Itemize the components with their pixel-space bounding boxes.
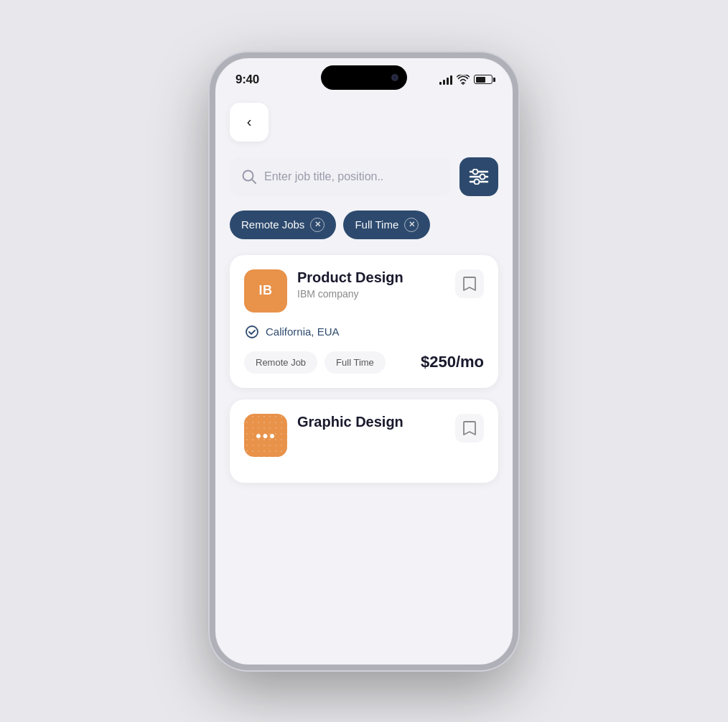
search-icon — [241, 169, 257, 185]
chip-remote-jobs-close[interactable]: ✕ — [310, 218, 325, 232]
card-1-header: IB Product Design IBM company — [244, 269, 484, 313]
card-1-footer: Remote Job Full Time $250/mo — [244, 351, 484, 374]
signal-icon — [439, 75, 452, 85]
job-card-2[interactable]: ●●● Graphic Design — [230, 399, 498, 483]
chip-remote-jobs-label: Remote Jobs — [241, 218, 304, 231]
search-placeholder: Enter job title, position.. — [264, 170, 439, 183]
chip-full-time[interactable]: Full Time ✕ — [343, 210, 430, 239]
filter-chips: Remote Jobs ✕ Full Time ✕ — [230, 210, 498, 239]
card-2-header: ●●● Graphic Design — [244, 414, 484, 457]
camera-dot — [391, 74, 398, 81]
phone-frame: 9:40 — [210, 52, 518, 670]
tag-remote-job-1: Remote Job — [244, 351, 317, 374]
location-icon-1 — [244, 324, 260, 340]
svg-point-8 — [246, 326, 258, 338]
status-time: 9:40 — [235, 73, 259, 87]
search-bar[interactable]: Enter job title, position.. — [230, 157, 451, 196]
dynamic-island — [321, 65, 407, 90]
salary-1: $250/mo — [421, 353, 484, 371]
chip-full-time-close[interactable]: ✕ — [404, 218, 419, 232]
location-row-1: California, EUA — [244, 324, 484, 340]
bookmark-button-1[interactable] — [455, 269, 484, 298]
svg-point-7 — [475, 179, 480, 184]
location-text-1: California, EUA — [266, 325, 340, 338]
wifi-icon — [457, 75, 470, 85]
back-chevron-icon: ‹ — [247, 114, 252, 130]
job-info-1: Product Design IBM company — [297, 269, 445, 300]
svg-point-0 — [462, 83, 464, 85]
back-button[interactable]: ‹ — [230, 103, 269, 142]
content-area: ‹ Enter job title, position.. — [215, 96, 513, 665]
filter-button[interactable] — [459, 157, 498, 196]
search-row: Enter job title, position.. — [230, 157, 498, 196]
bookmark-icon-1 — [463, 276, 476, 292]
battery-icon — [474, 75, 493, 84]
chip-remote-jobs[interactable]: Remote Jobs ✕ — [230, 210, 336, 239]
bookmark-button-2[interactable] — [455, 414, 484, 443]
svg-point-5 — [480, 174, 485, 179]
company-logo-gd: ●●● — [244, 414, 287, 457]
tag-full-time-1: Full Time — [325, 351, 386, 374]
job-card-1[interactable]: IB Product Design IBM company — [230, 255, 498, 388]
logo-initials-ib: IB — [259, 283, 273, 298]
sliders-icon — [469, 169, 489, 185]
logo-initials-gd: ●●● — [256, 430, 276, 441]
chip-full-time-label: Full Time — [355, 218, 398, 231]
screen: 9:40 — [215, 58, 513, 665]
job-title-1: Product Design — [297, 269, 445, 286]
status-icons — [439, 75, 493, 85]
job-info-2: Graphic Design — [297, 414, 445, 432]
job-title-2: Graphic Design — [297, 414, 445, 430]
status-bar: 9:40 — [215, 58, 513, 96]
company-logo-ib: IB — [244, 269, 287, 313]
bookmark-icon-2 — [463, 420, 476, 436]
svg-point-3 — [473, 169, 478, 174]
company-name-1: IBM company — [297, 288, 445, 300]
